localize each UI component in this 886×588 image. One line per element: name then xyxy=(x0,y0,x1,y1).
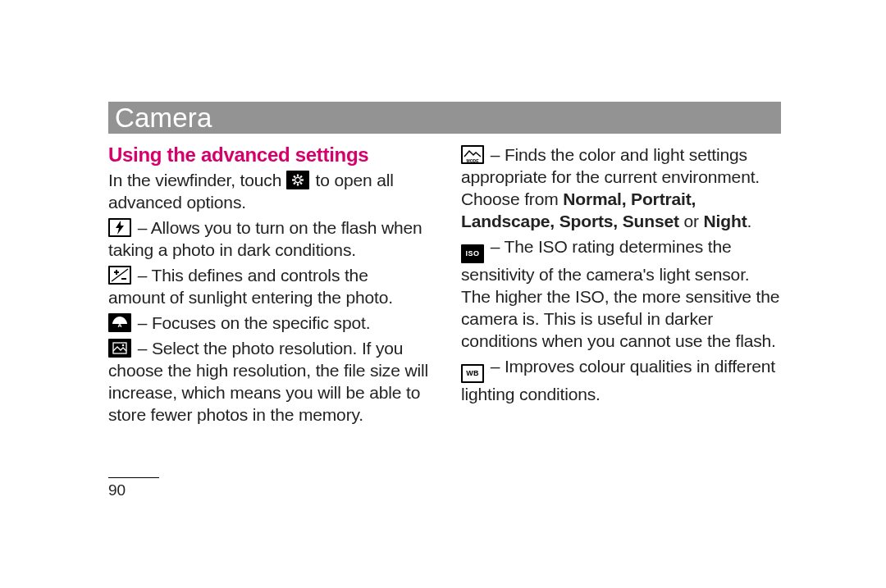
white-balance-icon: WB xyxy=(461,364,484,383)
focus-text: – Focuses on the specific spot. xyxy=(133,313,370,332)
intro-paragraph: In the viewfinder, touch to open all adv… xyxy=(108,169,428,213)
svg-point-0 xyxy=(295,177,300,182)
svg-rect-15 xyxy=(113,343,126,353)
iso-icon: ISO xyxy=(461,244,484,263)
scene-mode-icon: MODE xyxy=(461,145,484,164)
iso-paragraph: ISO – The ISO rating determines the sens… xyxy=(461,235,781,352)
svg-line-6 xyxy=(300,183,302,185)
mode-end: . xyxy=(747,212,751,230)
resolution-paragraph: – Select the photo resolution. If you ch… xyxy=(108,337,428,426)
white-balance-paragraph: WB – Improves colour qualities in differ… xyxy=(461,355,781,405)
mode-icon-label: MODE xyxy=(463,159,482,163)
right-column: MODE – Finds the color and light setting… xyxy=(461,144,781,429)
focus-mode-icon: A xyxy=(108,313,131,332)
svg-line-5 xyxy=(294,176,295,178)
section-title-bar: Camera xyxy=(108,102,781,134)
scene-mode-paragraph: MODE – Finds the color and light setting… xyxy=(461,144,781,232)
two-column-body: Using the advanced settings In the viewf… xyxy=(108,144,781,429)
exposure-text: – This defines and controls the amount o… xyxy=(108,266,393,307)
intro-text-before: In the viewfinder, touch xyxy=(108,171,286,189)
manual-page: Camera Using the advanced settings In th… xyxy=(108,102,781,429)
flash-paragraph: – Allows you to turn on the flash when t… xyxy=(108,217,428,261)
left-column: Using the advanced settings In the viewf… xyxy=(108,144,428,429)
flash-icon xyxy=(108,218,131,237)
flash-text: – Allows you to turn on the flash when t… xyxy=(108,218,422,259)
exposure-paragraph: – This defines and controls the amount o… xyxy=(108,264,428,308)
focus-paragraph: A – Focuses on the specific spot. xyxy=(108,312,428,334)
svg-text:A: A xyxy=(118,322,122,328)
mode-or: or xyxy=(679,212,704,230)
subheading: Using the advanced settings xyxy=(108,144,428,166)
svg-line-7 xyxy=(294,183,295,185)
iso-text: – The ISO rating determines the sensitiv… xyxy=(461,237,779,350)
image-size-icon xyxy=(108,339,131,358)
page-number: 90 xyxy=(108,477,159,499)
wb-text: – Improves colour qualities in different… xyxy=(461,357,775,403)
resolution-text: – Select the photo resolution. If you ch… xyxy=(108,339,428,424)
gear-icon xyxy=(286,171,309,189)
svg-marker-9 xyxy=(116,221,124,235)
exposure-icon xyxy=(108,266,131,285)
mode-option-last: Night xyxy=(704,212,747,230)
svg-line-8 xyxy=(300,176,302,178)
svg-point-16 xyxy=(122,344,125,347)
